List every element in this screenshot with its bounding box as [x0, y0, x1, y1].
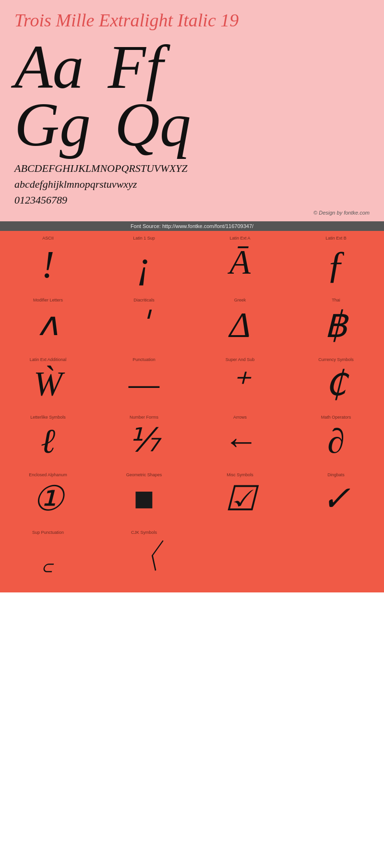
unicode-cell-23 — [288, 525, 384, 583]
unicode-category-7: Thai — [332, 298, 340, 302]
unicode-cell-18: Misc Symbols☑ — [192, 468, 288, 525]
unicode-category-11: Currency Symbols — [318, 357, 354, 362]
unicode-category-4: Modifier Letters — [33, 298, 63, 302]
unicode-cell-22 — [192, 525, 288, 583]
unicode-glyph-16: ① — [33, 480, 64, 518]
unicode-cell-5: Diacriticalsˈ — [96, 293, 192, 352]
digits: 0123456789 — [14, 192, 370, 208]
unicode-glyph-5: ˈ — [140, 305, 149, 342]
unicode-glyph-15: ∂ — [327, 422, 345, 460]
unicode-cell-19: Dingbats✓ — [288, 468, 384, 525]
glyph-aa: Aa — [14, 36, 84, 98]
unicode-category-16: Enclosed Alphanum — [29, 472, 67, 477]
unicode-cell-11: Currency Symbols₵ — [288, 352, 384, 410]
unicode-glyph-19: ✓ — [322, 480, 350, 518]
unicode-cell-9: Punctuation— — [96, 352, 192, 410]
unicode-category-8: Latin Ext Additional — [30, 357, 67, 362]
unicode-category-1: Latin 1 Sup — [133, 236, 155, 241]
unicode-glyph-6: Δ — [229, 305, 251, 345]
unicode-cell-15: Math Operators∂ — [288, 410, 384, 468]
bottom-section: ASCII!Latin 1 Sup¡Latin Ext AĀLatin Ext … — [0, 231, 384, 592]
alphabet-upper: ABCDEFGHIJKLMNOPQRSTUVWXYZ — [14, 160, 370, 176]
glyph-gg: Gg — [14, 93, 91, 156]
unicode-glyph-21: 〈 — [127, 538, 161, 576]
unicode-category-14: Arrows — [233, 415, 247, 420]
unicode-cell-14: Arrows← — [192, 410, 288, 468]
top-section: Trois Mille Extralight Italic 19 Aa Ff G… — [0, 0, 384, 221]
unicode-glyph-0: ! — [42, 243, 55, 286]
unicode-category-19: Dingbats — [327, 472, 345, 477]
unicode-cell-6: GreekΔ — [192, 293, 288, 352]
unicode-glyph-13: ⅐ — [128, 422, 160, 458]
unicode-category-20: Sup Punctuation — [32, 530, 64, 535]
unicode-glyph-7: ฿ — [324, 305, 348, 345]
unicode-cell-2: Latin Ext AĀ — [192, 231, 288, 293]
unicode-glyph-18: ☑ — [225, 480, 256, 518]
unicode-glyph-17: ■ — [133, 480, 155, 518]
copyright-text: © Design by fontke.com — [313, 210, 370, 216]
unicode-cell-17: Geometric Shapes■ — [96, 468, 192, 525]
glyph-showcase: Aa Ff Gg Qq a — [14, 36, 370, 156]
unicode-cell-20: Sup Punctuation꜀ — [0, 525, 96, 583]
unicode-category-2: Latin Ext A — [229, 236, 250, 241]
unicode-category-21: CJK Symbols — [131, 530, 157, 535]
unicode-glyph-9: — — [129, 365, 159, 403]
alphabet-section: ABCDEFGHIJKLMNOPQRSTUVWXYZ abcdefghijklm… — [14, 160, 370, 208]
unicode-glyph-2: Ā — [229, 243, 251, 281]
source-bar: Font Source: http://www.fontke.com/font/… — [0, 221, 384, 231]
source-text: Font Source: http://www.fontke.com/font/… — [131, 223, 253, 229]
copyright-row: © Design by fontke.com — [14, 208, 370, 217]
unicode-cell-13: Number Forms⅐ — [96, 410, 192, 468]
unicode-category-9: Punctuation — [132, 357, 156, 362]
unicode-glyph-3: ƒ — [326, 243, 346, 286]
unicode-glyph-11: ₵ — [325, 365, 347, 403]
unicode-category-3: Latin Ext B — [325, 236, 347, 241]
unicode-glyph-12: ℓ — [41, 422, 55, 460]
unicode-glyph-14: ← — [223, 422, 257, 460]
unicode-glyph-1: ¡ — [136, 243, 151, 286]
unicode-category-15: Math Operators — [321, 415, 351, 420]
glyph-qq: Qq — [115, 93, 191, 156]
unicode-glyph-20: ꜀ — [43, 538, 54, 576]
unicode-cell-8: Latin Ext AdditionalẀ — [0, 352, 96, 410]
unicode-cell-12: Letterlike Symbolsℓ — [0, 410, 96, 468]
unicode-grid: ASCII!Latin 1 Sup¡Latin Ext AĀLatin Ext … — [0, 231, 384, 583]
unicode-cell-10: Super And Sub⁺ — [192, 352, 288, 410]
glyph-ff: Ff — [108, 36, 163, 98]
unicode-category-6: Greek — [234, 298, 246, 302]
unicode-category-13: Number Forms — [130, 415, 158, 420]
unicode-category-5: Diacriticals — [133, 298, 155, 302]
unicode-category-0: ASCII — [42, 236, 54, 241]
unicode-glyph-4: ʌ — [38, 305, 58, 342]
unicode-cell-7: Thai฿ — [288, 293, 384, 352]
unicode-cell-16: Enclosed Alphanum① — [0, 468, 96, 525]
unicode-category-10: Super And Sub — [226, 357, 255, 362]
unicode-glyph-10: ⁺ — [231, 365, 249, 403]
unicode-glyph-8: Ẁ — [34, 365, 62, 403]
glyph-bg-a: a — [314, 26, 365, 127]
unicode-cell-3: Latin Ext Bƒ — [288, 231, 384, 293]
alphabet-lower: abcdefghijklmnopqrstuvwxyz — [14, 176, 370, 192]
unicode-category-17: Geometric Shapes — [126, 472, 162, 477]
unicode-category-12: Letterlike Symbols — [30, 415, 66, 420]
unicode-cell-1: Latin 1 Sup¡ — [96, 231, 192, 293]
unicode-cell-4: Modifier Lettersʌ — [0, 293, 96, 352]
unicode-cell-0: ASCII! — [0, 231, 96, 293]
unicode-cell-21: CJK Symbols〈 — [96, 525, 192, 583]
unicode-category-18: Misc Symbols — [227, 472, 253, 477]
